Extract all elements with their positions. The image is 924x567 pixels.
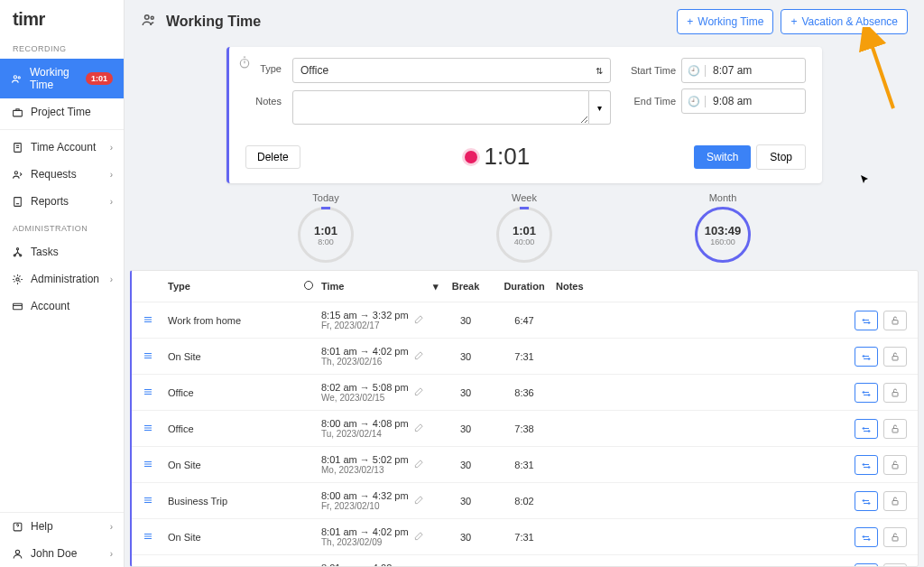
edit-icon[interactable]	[414, 314, 424, 326]
col-duration[interactable]: Duration	[493, 281, 556, 292]
cell-break: 30	[439, 496, 493, 507]
table-row[interactable]: On Site 8:01 am → 5:02 pm Mo, 2023/02/13…	[132, 447, 918, 483]
table-row[interactable]: On Site 8:01 am → 4:02 pm Th, 2023/02/16…	[132, 339, 918, 375]
cell-break: 30	[439, 387, 493, 398]
swap-button[interactable]	[855, 527, 878, 547]
swap-button[interactable]	[855, 383, 878, 403]
cell-duration: 7:31	[493, 351, 556, 362]
sidebar: timr RECORDING Working Time 1:01 Project…	[0, 0, 125, 567]
notes-textarea[interactable]	[292, 90, 589, 125]
cell-duration: 8:36	[493, 387, 556, 398]
sidebar-item-label: Account	[31, 300, 69, 312]
sidebar-item-reports[interactable]: Reports ›	[0, 188, 124, 215]
cell-type: Business Trip	[168, 496, 303, 507]
sidebar-item-help[interactable]: Help ›	[0, 513, 124, 540]
sidebar-item-working-time[interactable]: Working Time 1:01	[0, 59, 124, 98]
document-icon	[11, 141, 23, 153]
plus-icon: +	[687, 15, 693, 28]
drag-handle-icon[interactable]	[143, 314, 168, 327]
start-time-input[interactable]: 🕘 8:07 am	[681, 58, 806, 83]
sidebar-item-requests[interactable]: Requests ›	[0, 161, 124, 188]
edit-icon[interactable]	[414, 423, 424, 434]
notes-label: Notes	[245, 90, 282, 107]
drag-handle-icon[interactable]	[143, 350, 168, 363]
lock-button[interactable]	[883, 563, 907, 568]
sidebar-item-administration[interactable]: Administration ›	[0, 265, 124, 293]
card-icon	[11, 300, 23, 312]
summary-month: Month 103:49 160:00	[695, 192, 751, 263]
sidebar-item-label: Requests	[31, 168, 77, 181]
start-time-label: Start Time	[625, 65, 676, 76]
drag-handle-icon[interactable]	[143, 531, 168, 544]
timer-value: 1:01	[485, 143, 531, 171]
timer-badge: 1:01	[86, 72, 113, 85]
main: Working Time + Working Time + Vacation &…	[125, 0, 924, 567]
sidebar-item-user[interactable]: John Doe ›	[0, 540, 124, 567]
drag-handle-icon[interactable]	[143, 495, 168, 507]
table-row[interactable]: Office 8:02 am → 5:08 pm We, 2023/02/15 …	[132, 375, 918, 411]
summary-circles: Today 1:01 8:00 Week 1:01 40:00 Month 10…	[226, 192, 822, 263]
col-notes[interactable]: Notes	[556, 281, 826, 292]
drag-handle-icon[interactable]	[143, 386, 168, 399]
sidebar-item-project-time[interactable]: Project Time	[0, 98, 124, 125]
lock-button[interactable]	[883, 347, 907, 367]
cell-duration: 8:31	[493, 460, 556, 470]
drag-handle-icon[interactable]	[143, 459, 168, 471]
svg-rect-38	[892, 428, 898, 432]
table-row[interactable]: Business Trip 8:00 am → 4:32 pm Fr, 2023…	[132, 483, 918, 519]
cell-break: 30	[439, 351, 493, 362]
edit-icon[interactable]	[414, 350, 424, 362]
svg-rect-7	[14, 197, 21, 206]
summary-today: Today 1:01 8:00	[298, 192, 354, 263]
table-row[interactable]: Office 8:00 am → 4:08 pm Tu, 2023/02/14 …	[132, 411, 918, 447]
cell-break: 30	[439, 532, 493, 543]
users-icon	[141, 12, 157, 32]
col-time[interactable]: Time ▾	[321, 281, 439, 293]
swap-button[interactable]	[855, 347, 878, 367]
col-break[interactable]: Break	[439, 281, 493, 292]
add-working-time-button[interactable]: + Working Time	[677, 9, 773, 34]
plus-icon: +	[790, 15, 797, 28]
lock-button[interactable]	[883, 419, 907, 439]
lock-button[interactable]	[883, 311, 907, 330]
add-vacation-button[interactable]: + Vacation & Absence	[781, 9, 908, 34]
swap-button[interactable]	[855, 455, 878, 475]
hierarchy-icon	[11, 246, 23, 258]
switch-button[interactable]: Switch	[694, 145, 751, 169]
svg-rect-2	[13, 110, 22, 116]
edit-icon[interactable]	[414, 495, 424, 507]
chevron-right-icon: ›	[110, 143, 113, 153]
lock-button[interactable]	[883, 383, 907, 403]
user-icon	[11, 547, 23, 560]
type-select[interactable]: Office ⇅	[292, 58, 611, 83]
col-type[interactable]: Type	[168, 281, 303, 292]
swap-button[interactable]	[855, 419, 878, 439]
cell-type: Work from home	[168, 315, 303, 326]
table-row[interactable]: Work from home 8:15 am → 3:32 pm Fr, 202…	[132, 302, 918, 339]
end-time-input[interactable]: 🕘 9:08 am	[681, 88, 806, 114]
cell-time: 8:00 am → 4:32 pm	[321, 490, 409, 501]
swap-button[interactable]	[855, 491, 878, 511]
table-row[interactable]: On Site 8:01 am → 4:02 pm Th, 2023/02/09…	[132, 519, 918, 555]
category-icon[interactable]	[303, 280, 321, 293]
sidebar-item-account[interactable]: Account	[0, 293, 124, 320]
sidebar-item-tasks[interactable]: Tasks	[0, 238, 124, 265]
edit-icon[interactable]	[414, 386, 424, 398]
cell-date: Mo, 2023/02/13	[321, 465, 409, 475]
edit-icon[interactable]	[414, 459, 424, 470]
table-row[interactable]: On Site 8:01 am → 4:02 pm We, 2023/02/08…	[132, 555, 918, 567]
svg-point-1	[18, 76, 20, 78]
swap-button[interactable]	[855, 311, 878, 330]
edit-icon[interactable]	[414, 531, 424, 543]
cell-type: On Site	[168, 460, 303, 470]
end-time-label: End Time	[625, 96, 676, 107]
sidebar-item-time-account[interactable]: Time Account ›	[0, 134, 124, 161]
drag-handle-icon[interactable]	[143, 423, 168, 435]
lock-button[interactable]	[883, 455, 907, 475]
lock-button[interactable]	[883, 491, 907, 511]
swap-button[interactable]	[855, 563, 878, 568]
delete-button[interactable]: Delete	[245, 145, 300, 169]
stop-button[interactable]: Stop	[756, 144, 806, 170]
notes-dropdown-button[interactable]: ▾	[589, 90, 611, 125]
lock-button[interactable]	[883, 527, 907, 547]
